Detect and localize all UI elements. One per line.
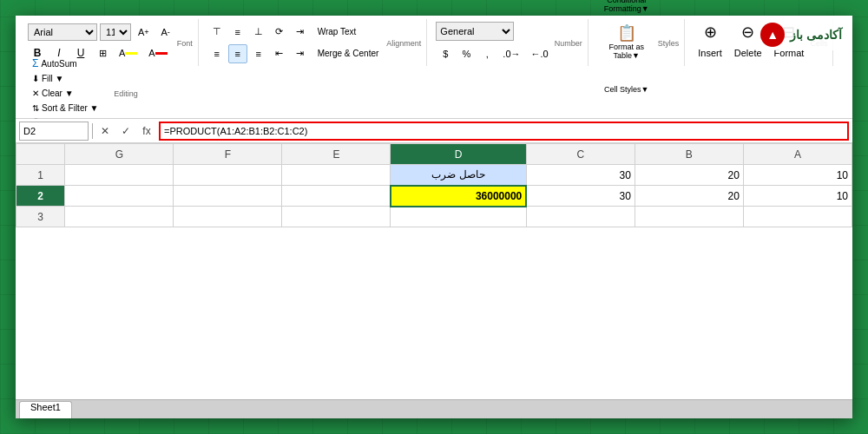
sheet-table-container[interactable]: G F E D C B A 1 xyxy=(16,143,852,399)
cell-F3[interactable] xyxy=(174,207,282,227)
number-format-select[interactable]: General xyxy=(436,22,514,41)
name-box[interactable] xyxy=(19,122,89,141)
align-top-btn[interactable]: ⊤ xyxy=(207,23,227,42)
font-row-1: Arial 11 A+ A- xyxy=(28,23,175,42)
cell-F2[interactable] xyxy=(174,186,282,207)
table-row: 3 xyxy=(16,207,852,227)
insert-btn-wrap: ⊕ Insert xyxy=(694,23,727,62)
cell-G1[interactable] xyxy=(65,165,174,186)
fill-btn[interactable]: ⬇ Fill ▼ xyxy=(28,71,112,85)
decrease-font-btn[interactable]: A- xyxy=(156,23,175,42)
cell-C1[interactable]: 30 xyxy=(526,165,635,186)
fill-color-btn[interactable]: A xyxy=(115,43,141,62)
wrap-text-btn[interactable]: Wrap Text xyxy=(312,23,363,42)
tab-bar: Sheet1 xyxy=(16,399,852,418)
font-color-bar xyxy=(155,52,168,55)
align-right-btn[interactable]: ≡ xyxy=(249,44,268,63)
align-middle-btn[interactable]: ≡ xyxy=(228,23,247,42)
cell-B3[interactable] xyxy=(635,207,743,227)
styles-group-label: Styles xyxy=(658,37,680,48)
spreadsheet-table: G F E D C B A 1 xyxy=(16,143,852,227)
decrease-indent-btn[interactable]: ⇤ xyxy=(270,44,289,63)
clear-btn[interactable]: ✕ Clear ▼ xyxy=(28,86,112,100)
row-header-1[interactable]: 1 xyxy=(16,165,65,186)
cell-A1[interactable]: 10 xyxy=(743,165,852,186)
col-header-B[interactable]: B xyxy=(635,144,743,165)
row-header-2[interactable]: 2 xyxy=(16,186,65,207)
styles-controls: 📊 Conditional Formatting▼ 📋 Format as Ta… xyxy=(597,0,656,112)
logo: ▲ آکادمی باز xyxy=(753,19,849,50)
column-header-row: G F E D C B A xyxy=(16,144,852,165)
alignment-group-label: Alignment xyxy=(386,37,421,48)
cell-D2[interactable]: 36000000 xyxy=(391,186,526,207)
col-header-E[interactable]: E xyxy=(282,144,391,165)
dec-increase-btn[interactable]: .0→ xyxy=(498,44,524,63)
corner-cell xyxy=(16,144,65,165)
indent-btn[interactable]: ⇥ xyxy=(291,23,310,42)
cell-G2[interactable] xyxy=(65,186,174,207)
font-group-label: Font xyxy=(177,37,193,48)
confirm-formula-icon[interactable]: ✓ xyxy=(117,122,135,140)
orientation-btn[interactable]: ⟳ xyxy=(270,23,289,42)
col-header-C[interactable]: C xyxy=(526,144,635,165)
fx-icon[interactable]: fx xyxy=(138,122,155,140)
font-size-select[interactable]: 11 xyxy=(100,23,131,41)
sigma-icon: Σ xyxy=(32,57,38,69)
comma-btn[interactable]: , xyxy=(477,44,496,63)
sheet-area: G F E D C B A 1 xyxy=(16,143,852,418)
col-header-D[interactable]: D xyxy=(391,144,526,165)
table-icon: 📋 xyxy=(617,25,636,41)
cell-B2[interactable]: 20 xyxy=(635,186,743,207)
cell-D1[interactable]: حاصل ضرب xyxy=(391,165,526,186)
align-bottom-btn[interactable]: ⊥ xyxy=(249,23,268,42)
increase-font-btn[interactable]: A+ xyxy=(134,23,154,42)
col-header-G[interactable]: G xyxy=(65,144,174,165)
cell-B1[interactable]: 20 xyxy=(635,165,743,186)
conditional-formatting-btn[interactable]: 📊 Conditional Formatting▼ xyxy=(597,0,656,18)
formula-bar: ✕ ✓ fx xyxy=(16,119,852,143)
cell-D3[interactable] xyxy=(391,207,526,227)
editing-group: Σ AutoSum ⬇ Fill ▼ ✕ Clear ▼ ⇅ Sort & Fi… xyxy=(23,69,143,116)
cell-C2[interactable]: 30 xyxy=(526,186,635,207)
editing-group-label: Editing xyxy=(114,88,138,98)
ribbon-toolbar: Arial 11 A+ A- B I U ⊞ A xyxy=(16,16,852,118)
formula-icons: ✕ ✓ fx xyxy=(96,122,155,140)
sheet-tab-1[interactable]: Sheet1 xyxy=(19,401,72,418)
number-group-label: Number xyxy=(555,37,582,48)
increase-indent-btn[interactable]: ⇥ xyxy=(291,44,310,63)
autosum-btn[interactable]: Σ AutoSum xyxy=(28,56,112,70)
cell-E2[interactable] xyxy=(282,186,391,207)
percent-pct-btn[interactable]: % xyxy=(457,44,476,63)
col-header-F[interactable]: F xyxy=(174,144,282,165)
cell-G3[interactable] xyxy=(65,207,174,227)
cell-E3[interactable] xyxy=(282,207,391,227)
cell-F1[interactable] xyxy=(174,165,282,186)
font-color-btn[interactable]: A xyxy=(144,43,171,62)
number-controls: General $ % , .0→ ←.0 xyxy=(436,22,552,63)
dec-decrease-btn[interactable]: ←.0 xyxy=(527,44,553,63)
row-header-3[interactable]: 3 xyxy=(16,207,65,227)
cell-C3[interactable] xyxy=(526,207,635,227)
insert-icon: ⊕ xyxy=(704,23,717,42)
insert-btn[interactable]: Insert xyxy=(694,43,727,62)
font-family-select[interactable]: Arial xyxy=(28,23,97,41)
ribbon: Arial 11 A+ A- B I U ⊞ A xyxy=(16,16,852,119)
cell-styles-btn[interactable]: Cell Styles▼ xyxy=(597,67,656,112)
formula-divider xyxy=(92,123,93,139)
fill-color-bar xyxy=(125,52,137,55)
delete-icon: ⊖ xyxy=(741,23,754,42)
cell-A2[interactable]: 10 xyxy=(743,186,852,207)
cell-E1[interactable] xyxy=(282,165,391,186)
merge-center-btn[interactable]: Merge & Center xyxy=(312,44,385,63)
align-left-btn[interactable]: ≡ xyxy=(207,44,227,63)
col-header-A[interactable]: A xyxy=(743,144,852,165)
table-row: 2 36000000 30 20 10 xyxy=(16,186,852,207)
cancel-formula-icon[interactable]: ✕ xyxy=(96,122,114,140)
format-as-table-btn[interactable]: 📋 Format as Table▼ xyxy=(597,20,656,65)
excel-window: Arial 11 A+ A- B I U ⊞ A xyxy=(16,16,852,418)
formula-input[interactable] xyxy=(159,122,849,141)
percent-btn[interactable]: $ xyxy=(436,44,455,63)
sort-filter-btn[interactable]: ⇅ Sort & Filter ▼ xyxy=(28,101,112,115)
cell-A3[interactable] xyxy=(743,207,852,227)
align-center-btn[interactable]: ≡ xyxy=(228,44,247,63)
